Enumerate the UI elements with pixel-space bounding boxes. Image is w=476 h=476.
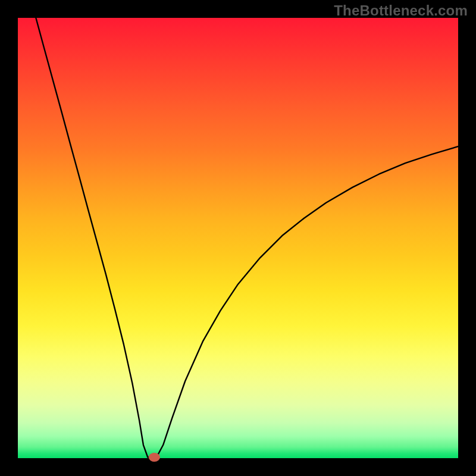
- bottleneck-curve: [36, 18, 458, 458]
- watermark-text: TheBottleneck.com: [334, 2, 468, 19]
- plot-area: [18, 18, 458, 458]
- minimum-marker: [149, 453, 160, 462]
- chart-frame: TheBottleneck.com: [0, 0, 476, 476]
- curve-svg: [18, 18, 458, 458]
